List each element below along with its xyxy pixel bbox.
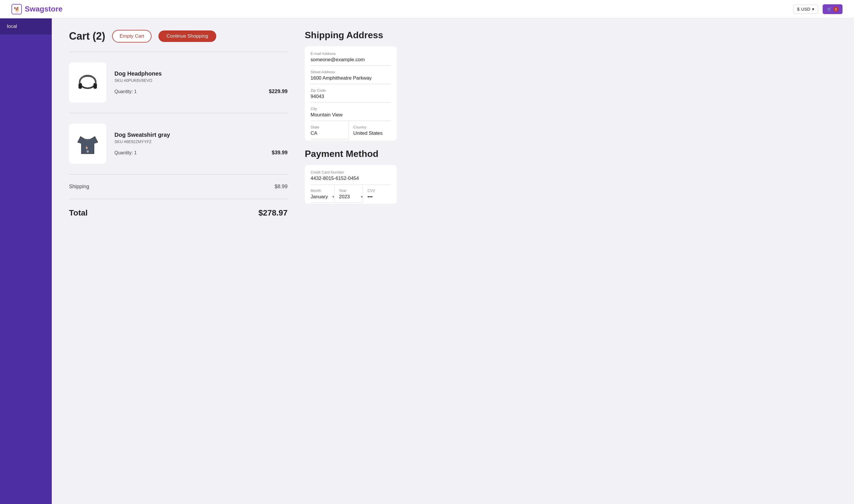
item-price-1: $39.99 [272, 150, 287, 156]
street-value: 1600 Amphitheatre Parkway [311, 75, 391, 81]
email-label: E-mail Address [311, 51, 391, 56]
continue-shopping-button[interactable]: Continue Shopping [158, 31, 216, 42]
email-field[interactable]: E-mail Address someone@example.com [311, 48, 391, 66]
cart-button[interactable]: 🛒 2 [823, 4, 842, 14]
currency-selector[interactable]: $ USD ▾ [793, 5, 818, 14]
currency-chevron-icon: ▾ [812, 6, 814, 12]
currency-code: USD [801, 6, 810, 12]
header-right: $ USD ▾ 🛒 2 [793, 4, 842, 14]
city-field[interactable]: City Mountain View [311, 103, 391, 121]
cart-divider-top [69, 52, 287, 52]
payment-card: Credit Card Number 4432-8015-6152-0454 M… [305, 165, 397, 204]
month-select-wrapper: JanuaryFebruaryMarch AprilMayJune JulyAu… [311, 194, 334, 199]
city-value: Mountain View [311, 112, 391, 118]
header: 🐕 Swagstore $ USD ▾ 🛒 2 [0, 0, 854, 18]
item-details-0: Dog Headphones SKU #0PUK6V6EVO Quantity:… [115, 70, 287, 94]
item-bottom-0: Quantity: 1 $229.99 [115, 89, 287, 94]
city-label: City [311, 107, 391, 111]
street-label: Street Address [311, 70, 391, 74]
country-label: Country [353, 125, 391, 129]
shipping-address-title: Shipping Address [305, 30, 397, 40]
month-label: Month [311, 188, 334, 193]
card-number-value: 4432-8015-6152-0454 [311, 176, 391, 181]
total-price: $278.97 [259, 208, 287, 217]
cart-item-1: 🐕 Dog Sweatshirt gray SKU #6E92ZMYYFZ Qu… [69, 117, 287, 171]
state-country-row: State CA Country United States [311, 121, 391, 139]
svg-text:🐕: 🐕 [14, 6, 20, 13]
cart-divider-2 [69, 174, 287, 175]
cvv-label: CVV [367, 188, 391, 193]
empty-cart-button[interactable]: Empty Cart [112, 30, 152, 42]
street-field[interactable]: Street Address 1600 Amphitheatre Parkway [311, 66, 391, 84]
logo[interactable]: 🐕 Swagstore [12, 4, 63, 14]
sidebar: local [0, 18, 52, 504]
zip-label: Zip Code [311, 88, 391, 92]
item-image-headphones [69, 62, 106, 103]
payment-title: Payment Method [305, 148, 397, 159]
email-value: someone@example.com [311, 57, 391, 62]
item-name-0: Dog Headphones [115, 70, 287, 77]
item-details-1: Dog Sweatshirt gray SKU #6E92ZMYYFZ Quan… [115, 131, 287, 156]
item-quantity-1: Quantity: 1 [115, 150, 137, 156]
item-sku-1: SKU #6E92ZMYYFZ [115, 139, 287, 144]
total-row: Total $278.97 [69, 202, 287, 223]
card-number-field[interactable]: Credit Card Number 4432-8015-6152-0454 [311, 166, 391, 184]
cart-header: Cart (2) Empty Cart Continue Shopping [69, 30, 287, 42]
item-quantity-0: Quantity: 1 [115, 89, 137, 94]
layout: local Cart (2) Empty Cart Continue Shopp… [0, 18, 854, 504]
logo-text: Swagstore [25, 5, 63, 14]
shipping-price: $8.99 [275, 184, 287, 190]
state-value: CA [311, 130, 349, 136]
svg-rect-3 [79, 83, 82, 89]
logo-icon: 🐕 [12, 4, 22, 14]
cart-item-0: Dog Headphones SKU #0PUK6V6EVO Quantity:… [69, 55, 287, 109]
sidebar-item-local[interactable]: local [0, 18, 52, 35]
payment-expiry-row: Month JanuaryFebruaryMarch AprilMayJune … [311, 184, 391, 202]
shipping-address-card: E-mail Address someone@example.com Stree… [305, 46, 397, 141]
item-price-0: $229.99 [269, 89, 287, 94]
cart-divider-3 [69, 199, 287, 199]
year-field[interactable]: Year 202320242025 202620272028 ▾ [334, 184, 363, 202]
right-section: Shipping Address E-mail Address someone@… [287, 30, 397, 492]
cart-count: 2 [833, 6, 838, 12]
state-field[interactable]: State CA [311, 121, 349, 139]
cvv-value: ••• [367, 194, 391, 200]
year-select-wrapper: 202320242025 202620272028 ▾ [339, 194, 363, 199]
zip-value: 94043 [311, 94, 391, 100]
total-label: Total [69, 208, 88, 217]
svg-text:🐕: 🐕 [85, 146, 88, 149]
zip-field[interactable]: Zip Code 94043 [311, 84, 391, 103]
year-label: Year [339, 188, 363, 193]
svg-rect-4 [93, 83, 97, 89]
country-field[interactable]: Country United States [349, 121, 391, 139]
year-select[interactable]: 202320242025 202620272028 [339, 194, 363, 199]
state-label: State [311, 125, 349, 129]
shipping-row: Shipping $8.99 [69, 178, 287, 195]
month-select[interactable]: JanuaryFebruaryMarch AprilMayJune JulyAu… [311, 194, 334, 199]
country-value: United States [353, 130, 391, 136]
card-number-label: Credit Card Number [311, 170, 391, 175]
cart-icon: 🛒 [827, 6, 832, 12]
sidebar-item-label: local [7, 23, 17, 29]
shipping-label: Shipping [69, 184, 89, 190]
item-image-sweatshirt: 🐕 [69, 124, 106, 164]
cvv-field[interactable]: CVV ••• [363, 184, 391, 202]
cart-title: Cart (2) [69, 30, 105, 42]
svg-point-5 [87, 150, 89, 152]
month-field[interactable]: Month JanuaryFebruaryMarch AprilMayJune … [311, 184, 334, 202]
currency-symbol: $ [797, 6, 799, 12]
cart-section: Cart (2) Empty Cart Continue Shopping Do… [69, 30, 287, 492]
main-content: Cart (2) Empty Cart Continue Shopping Do… [52, 18, 854, 504]
item-sku-0: SKU #0PUK6V6EVO [115, 78, 287, 83]
item-name-1: Dog Sweatshirt gray [115, 131, 287, 138]
item-bottom-1: Quantity: 1 $39.99 [115, 150, 287, 156]
